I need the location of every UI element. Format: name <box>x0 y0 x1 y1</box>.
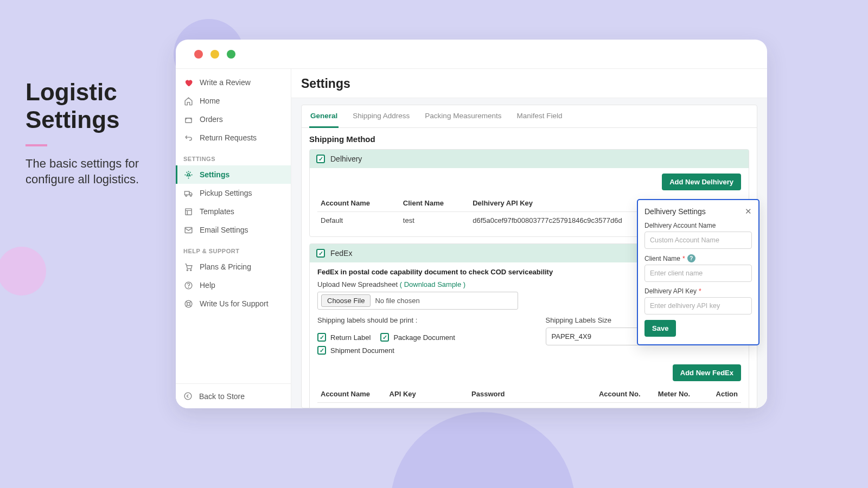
sidebar-item-label: Plans & Pricing <box>200 262 251 271</box>
th-meter: Meter No. <box>655 386 706 403</box>
sidebar-item-review[interactable]: Write a Review <box>176 73 291 92</box>
edit-icon[interactable] <box>710 407 738 408</box>
sidebar-item-label: Help <box>200 281 215 290</box>
maximize-dot-icon[interactable] <box>227 50 235 59</box>
sidebar-item-label: Write Us for Support <box>200 299 269 308</box>
sidebar-item-label: Email Settings <box>200 226 248 234</box>
choose-file-button[interactable]: Choose File <box>321 294 371 307</box>
orders-icon <box>183 114 193 124</box>
tab-general[interactable]: General <box>309 105 339 128</box>
checkbox-icon <box>380 333 389 342</box>
help-icon <box>183 280 193 290</box>
sidebar-item-label: Templates <box>200 207 234 216</box>
close-dot-icon[interactable] <box>194 50 203 59</box>
sidebar-section-settings: SETTINGS <box>176 147 291 165</box>
svg-point-12 <box>187 302 190 305</box>
minimize-dot-icon[interactable] <box>210 50 219 59</box>
heart-icon <box>183 78 193 87</box>
svg-point-7 <box>187 269 188 271</box>
tab-packing-measurements[interactable]: Packing Measurements <box>424 105 502 127</box>
td-api: KwRxCilg1KbLpkI9 <box>386 403 468 409</box>
th-account: Account Name <box>317 195 400 212</box>
shipment-document-checkbox[interactable]: Shipment Document <box>317 346 513 355</box>
delhivery-settings-popup: Delhivery Settings ✕ Delhivery Account N… <box>637 199 760 345</box>
fedex-checkbox[interactable] <box>316 249 325 258</box>
sidebar-section-help: HELP & SUPPORT <box>176 239 291 258</box>
sidebar-item-return-requests[interactable]: Return Requests <box>176 129 291 147</box>
td-meter: 118697284 <box>655 403 706 409</box>
checkbox-icon <box>317 333 326 342</box>
sidebar-item-email-settings[interactable]: Email Settings <box>176 221 291 239</box>
popup-account-input[interactable] <box>644 232 752 249</box>
main-content: Settings General Shipping Address Packin… <box>291 69 767 408</box>
sidebar-item-label: Write a Review <box>200 78 251 87</box>
sidebar-item-help[interactable]: Help <box>176 276 291 294</box>
table-row: Default KwRxCilg1KbLpkI9 sLzmILqrfNxDDEg… <box>317 403 741 409</box>
sidebar: Write a Review Home Orders Return Reques… <box>176 69 291 408</box>
td-account: Default <box>317 212 400 229</box>
page-title: Settings <box>291 69 767 98</box>
th-client: Client Name <box>400 195 469 212</box>
th-password: Password <box>468 386 596 403</box>
save-button[interactable]: Save <box>644 320 676 337</box>
popup-title: Delhivery Settings <box>644 207 706 216</box>
svg-rect-5 <box>185 208 191 214</box>
popup-api-label: Delhivery API Key* <box>644 287 752 295</box>
td-acct-no: 2 <box>596 403 655 409</box>
home-icon <box>183 96 193 106</box>
sidebar-back-to-store[interactable]: Back to Store <box>176 383 291 408</box>
app-window: Write a Review Home Orders Return Reques… <box>176 40 767 408</box>
th-account: Account Name <box>317 386 386 403</box>
checkbox-icon <box>317 346 326 355</box>
no-file-label: No file chosen <box>375 297 419 305</box>
th-action: Action <box>706 386 742 403</box>
gear-icon <box>183 170 193 179</box>
add-new-delhivery-button[interactable]: Add New Delhivery <box>662 174 741 190</box>
sidebar-item-home[interactable]: Home <box>176 92 291 110</box>
add-new-fedex-button[interactable]: Add New FedEx <box>673 364 741 381</box>
tab-shipping-address[interactable]: Shipping Address <box>352 105 411 127</box>
svg-point-3 <box>185 195 187 196</box>
sidebar-item-label: Pickup Settings <box>200 189 252 197</box>
popup-api-input[interactable] <box>644 297 752 314</box>
sidebar-item-orders[interactable]: Orders <box>176 110 291 129</box>
return-label-checkbox[interactable]: Return Label <box>317 333 371 342</box>
sidebar-item-label: Return Requests <box>200 133 257 142</box>
tabs: General Shipping Address Packing Measure… <box>302 105 757 128</box>
sidebar-item-plans[interactable]: Plans & Pricing <box>176 258 291 276</box>
close-icon[interactable]: ✕ <box>745 207 752 216</box>
sidebar-item-pickup-settings[interactable]: Pickup Settings <box>176 184 291 202</box>
delhivery-label: Delhivery <box>330 155 362 163</box>
sidebar-item-label: Home <box>200 97 220 105</box>
fedex-table: Account Name API Key Password Account No… <box>317 386 741 408</box>
window-titlebar <box>176 40 767 68</box>
delhivery-header[interactable]: Delhivery <box>310 150 749 168</box>
file-input[interactable]: Choose File No file chosen <box>317 292 518 310</box>
svg-point-10 <box>188 287 189 287</box>
email-icon <box>183 225 193 235</box>
td-password: sLzmILqrfNxDDEgEXCfXlkcU5 <box>468 403 596 409</box>
popup-client-input[interactable] <box>644 265 752 282</box>
td-action <box>706 403 742 409</box>
td-account: Default <box>317 403 386 409</box>
popup-account-label: Delhivery Account Name <box>644 222 752 229</box>
sidebar-item-settings[interactable]: Settings <box>176 165 291 184</box>
svg-point-8 <box>190 269 191 271</box>
tab-manifest-field[interactable]: Manifest Field <box>515 105 563 127</box>
td-client: test <box>400 212 469 229</box>
package-document-checkbox[interactable]: Package Document <box>380 333 455 342</box>
sidebar-item-write-support[interactable]: Write Us for Support <box>176 294 291 313</box>
truck-icon <box>183 188 193 198</box>
delhivery-checkbox[interactable] <box>316 155 325 163</box>
template-icon <box>183 207 193 216</box>
svg-point-13 <box>184 393 192 400</box>
sidebar-item-label: Orders <box>200 115 223 124</box>
print-labels-heading: Shipping labels should be print : <box>317 316 513 324</box>
support-icon <box>183 299 193 309</box>
help-icon[interactable]: ? <box>687 254 695 262</box>
hero-block: LogisticSettings The basic settings for … <box>25 79 161 187</box>
sidebar-item-label: Back to Store <box>199 392 245 401</box>
back-arrow-icon <box>183 391 193 401</box>
download-sample-link[interactable]: ( Download Sample ) <box>400 280 465 288</box>
sidebar-item-templates[interactable]: Templates <box>176 202 291 221</box>
